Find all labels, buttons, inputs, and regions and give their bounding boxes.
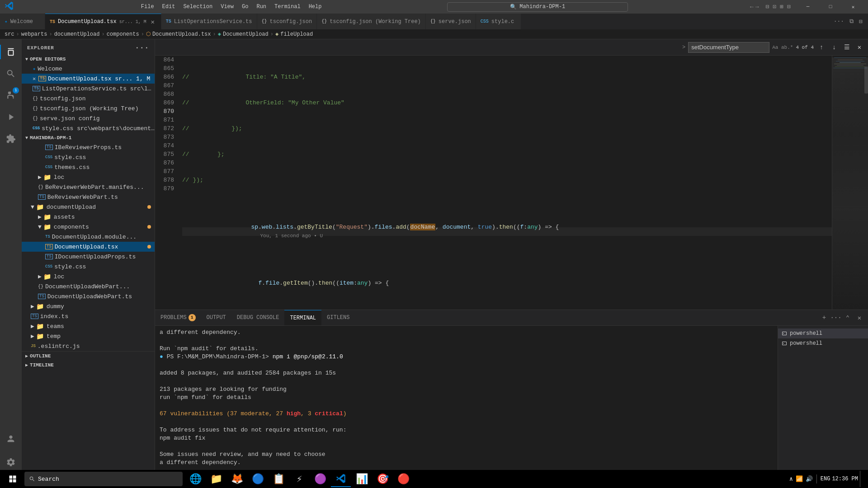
tab-welcome[interactable]: ✦ Welcome [0, 14, 45, 29]
tree-temp[interactable]: ▶ 📁 temp [22, 331, 155, 341]
taskbar-vscode[interactable] [331, 471, 351, 487]
timeline-section[interactable]: ▶ TIMELINE [22, 361, 155, 370]
tab-gitlens[interactable]: GITLENS [321, 310, 355, 325]
breadcrumb-src[interactable]: src [5, 31, 14, 38]
open-editors-section[interactable]: ▼ OPEN EDITORS [22, 55, 155, 64]
activity-accounts[interactable] [0, 428, 22, 450]
panel-collapse-btn[interactable]: ⌃ [843, 313, 853, 323]
find-next[interactable]: ↓ [829, 42, 839, 52]
language-indicator[interactable]: ENG [821, 476, 830, 482]
tree-idocumentuploadprops[interactable]: TS IDocumentUploadProps.ts [22, 252, 155, 262]
breadcrumb-class[interactable]: DocumentUpload [223, 31, 269, 38]
tree-assets[interactable]: ▶ 📁 assets [22, 212, 155, 222]
taskbar-chrome[interactable]: 🔵 [248, 471, 268, 487]
tray-network[interactable]: 📶 [796, 475, 803, 483]
tab-output[interactable]: OUTPUT [201, 310, 231, 325]
menu-help[interactable]: Help [305, 3, 326, 11]
tree-documentupload-module[interactable]: TS DocumentUpload.module... [22, 232, 155, 242]
editor-welcome[interactable]: ✦ Welcome [22, 64, 155, 74]
tab-problems[interactable]: PROBLEMS 1 [155, 310, 201, 325]
breadcrumb-documentupload[interactable]: documentUpload [54, 31, 100, 38]
tree-themescss[interactable]: CSS themes.css [22, 162, 155, 172]
vscode-logo[interactable] [5, 1, 14, 12]
find-list[interactable]: ☰ [842, 42, 852, 52]
activity-explorer[interactable] [0, 41, 22, 63]
tab-stylec[interactable]: CSS style.c [476, 14, 521, 29]
tab-listops[interactable]: TS ListOperationsService.ts [161, 14, 257, 29]
panel-close-btn[interactable]: ✕ [854, 313, 864, 323]
tab-more-btn[interactable]: ··· [832, 18, 846, 25]
layout-btn-3[interactable]: ⊞ [778, 3, 785, 10]
editor-listops[interactable]: TS ListOperationsService.ts src\lis... [22, 84, 155, 94]
add-terminal-btn[interactable]: + [819, 313, 829, 323]
tab-debug-console[interactable]: DEBUG CONSOLE [231, 310, 285, 325]
code-content[interactable]: // Title: "A Title", // OtherField: "My … [178, 56, 832, 310]
find-input[interactable] [688, 42, 769, 53]
tab-terminal[interactable]: TERMINAL [284, 310, 321, 325]
menu-view[interactable]: View [217, 3, 237, 11]
taskbar-app5[interactable]: 🔴 [393, 471, 413, 487]
tree-documentupload-tsx[interactable]: TS DocumentUpload.tsx [22, 242, 155, 252]
tree-documentupload-folder[interactable]: ▼ 📁 documentUpload [22, 202, 155, 212]
tree-loc-1[interactable]: ▶ 📁 loc [22, 172, 155, 182]
taskbar-app2[interactable]: ⚡ [289, 471, 309, 487]
tree-dummy[interactable]: ▶ 📁 dummy [22, 301, 155, 311]
breadcrumb-webparts[interactable]: webparts [21, 31, 47, 38]
taskbar-app1[interactable]: 📋 [269, 471, 288, 487]
menu-selection[interactable]: Selection [179, 3, 216, 11]
menu-edit[interactable]: Edit [159, 3, 179, 11]
menu-file[interactable]: File [137, 3, 158, 11]
tree-bereviewer-webpart[interactable]: TS BeReviewerWebPart.ts [22, 192, 155, 202]
menu-run[interactable]: Run [253, 3, 270, 11]
editor-documentupload[interactable]: ✕ TS DocumentUpload.tsx sr... 1, M [22, 74, 155, 84]
panel-more-btn[interactable]: ··· [831, 313, 841, 323]
editor-serve[interactable]: {} serve.json config [22, 113, 155, 123]
editor-tsconfig[interactable]: {} tsconfig.json [22, 94, 155, 103]
tab-layout-btn[interactable]: ⊟ [857, 18, 864, 25]
terminal-instance-1[interactable]: powershell [778, 328, 868, 338]
clock[interactable]: 12:36 PM [832, 475, 858, 483]
tab-tsconfig-working[interactable]: {} tsconfig.json (Working Tree) [317, 14, 426, 29]
minimize-button[interactable]: ─ [797, 0, 818, 14]
activity-run[interactable] [0, 106, 22, 128]
tree-components[interactable]: ▼ 📁 components [22, 222, 155, 232]
tree-index[interactable]: TS index.ts [22, 311, 155, 321]
maximize-button[interactable]: □ [820, 0, 841, 14]
menu-terminal[interactable]: Terminal [271, 3, 304, 11]
find-prev[interactable]: ↑ [816, 42, 826, 52]
tree-style-css-2[interactable]: CSS style.css [22, 262, 155, 272]
layout-btn-1[interactable]: ⊟ [764, 3, 771, 10]
editor-tsconfig-working[interactable]: {} tsconfig.json (Working Tree) [22, 103, 155, 113]
tree-documentuploadwebpart-ts[interactable]: TS DocumentUploadWebPart.ts [22, 291, 155, 301]
tab-documentupload-close[interactable]: ✕ [149, 18, 156, 25]
taskbar-powerpoint[interactable]: 📊 [352, 471, 372, 487]
tree-IDocumentUploadWebPart[interactable]: TS IBeReviewerProps.ts [22, 142, 155, 152]
tree-teams[interactable]: ▶ 📁 teams [22, 321, 155, 331]
tree-stylecss-1[interactable]: CSS style.css [22, 152, 155, 162]
project-section[interactable]: ▼ MAHINDRA-DPM-1 [22, 133, 155, 142]
activity-search[interactable] [0, 63, 22, 84]
terminal-content[interactable]: a different dependency. Run `npm audit` … [155, 326, 778, 477]
taskbar-app3[interactable]: 🟣 [310, 471, 330, 487]
show-desktop[interactable] [860, 471, 863, 487]
editor-stylecss[interactable]: CSS style.css src\webparts\document... [22, 123, 155, 133]
title-search[interactable]: 🔍 Mahindra-DPM-1 [447, 2, 628, 12]
tab-tsconfig[interactable]: {} tsconfig.json [257, 14, 317, 29]
start-button[interactable] [2, 471, 24, 487]
layout-btn-2[interactable]: ⊡ [771, 3, 778, 10]
breadcrumb-method[interactable]: fileUpload [280, 31, 313, 38]
taskbar-firefox[interactable]: 🦊 [227, 471, 247, 487]
tray-volume[interactable]: 🔊 [806, 475, 813, 483]
tree-eslintrc[interactable]: JS .eslintrc.js [22, 341, 155, 351]
tree-loc-2[interactable]: ▶ 📁 loc [22, 272, 155, 282]
outline-section[interactable]: ▶ OUTLINE [22, 351, 155, 361]
tab-serve[interactable]: {} serve.json [426, 14, 476, 29]
nav-forward[interactable]: → [755, 4, 759, 10]
breadcrumb-file[interactable]: DocumentUpload.tsx [152, 31, 211, 38]
breadcrumb-components[interactable]: components [107, 31, 139, 38]
find-close[interactable]: ✕ [854, 42, 864, 52]
sidebar-more[interactable]: ··· [135, 44, 149, 52]
taskbar-edge[interactable]: 🌐 [185, 471, 205, 487]
taskbar-search[interactable]: Search [24, 472, 183, 486]
terminal-instance-2[interactable]: powershell [778, 338, 868, 348]
